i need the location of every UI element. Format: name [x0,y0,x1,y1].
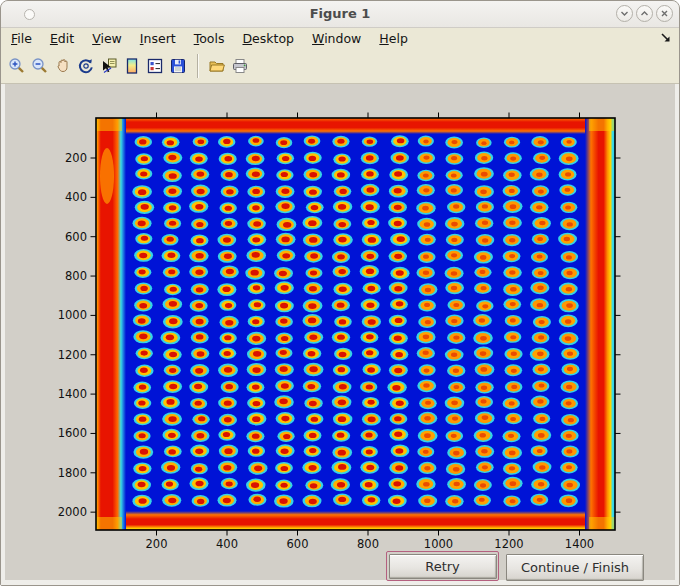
menu-window[interactable]: Window [304,29,369,48]
y-tick-label: 1000 [58,308,87,322]
data-cursor-icon [100,57,118,75]
legend-icon [146,57,164,75]
plot-image[interactable]: 2004006008001000120014002004006008001000… [1,84,680,585]
data-cursor-button[interactable] [98,55,119,77]
menu-help[interactable]: Help [371,29,416,48]
y-tick-label: 1400 [58,387,87,401]
open-folder-icon [208,57,226,75]
printer-icon [231,57,249,75]
y-tick-label: 1600 [58,426,87,440]
y-tick-label: 800 [65,269,87,283]
x-tick-label: 600 [287,537,309,551]
x-tick-label: 800 [357,537,379,551]
retry-focus-ring: Retry [386,551,499,581]
continue-finish-button[interactable]: Continue / Finish [506,554,644,581]
titlebar[interactable]: Figure 1 [1,1,679,28]
y-tick-label: 600 [65,230,87,244]
retry-button[interactable]: Retry [389,554,497,579]
x-tick-label: 1000 [424,537,453,551]
window-title: Figure 1 [1,6,679,21]
figure-window: Figure 1 File Edit View Insert Tools Des… [0,0,680,586]
x-tick-label: 400 [216,537,238,551]
y-tick-label: 1800 [58,466,87,480]
y-tick-label: 400 [65,190,87,204]
zoom-out-icon [31,57,49,75]
minimize-button[interactable] [616,5,633,22]
window-frame-right [675,84,679,585]
plate-image[interactable] [96,118,615,530]
menu-file[interactable]: File [3,29,40,48]
menu-desktop[interactable]: Desktop [234,29,302,48]
window-frame-left [1,84,5,585]
rotate-3d-icon [77,57,95,75]
close-button[interactable] [656,5,673,22]
colorbar-icon [123,57,141,75]
menu-view[interactable]: View [84,29,130,48]
y-tick-label: 2000 [58,505,87,519]
print-button[interactable] [229,55,250,77]
toolbar-separator [197,54,199,78]
figure-toolbar [1,49,679,84]
menubar: File Edit View Insert Tools Desktop Wind… [1,28,679,49]
y-tick-label: 200 [65,151,87,165]
save-button[interactable] [167,55,188,77]
open-file-button[interactable] [206,55,227,77]
menubar-overflow-icon[interactable] [660,32,672,44]
chevron-down-icon [620,9,629,18]
menu-edit[interactable]: Edit [42,29,82,48]
insert-legend-button[interactable] [144,55,165,77]
pan-button[interactable] [52,55,73,77]
zoom-in-icon [8,57,26,75]
maximize-button[interactable] [636,5,653,22]
rotate-3d-button[interactable] [75,55,96,77]
x-tick-label: 1200 [494,537,523,551]
y-tick-label: 1200 [58,348,87,362]
menu-tools[interactable]: Tools [186,29,233,48]
close-icon [660,9,669,18]
zoom-in-button[interactable] [6,55,27,77]
x-tick-label: 1400 [565,537,594,551]
figure-canvas: 2004006008001000120014002004006008001000… [1,84,679,585]
save-floppy-icon [169,57,187,75]
x-tick-label: 200 [146,537,168,551]
insert-colorbar-button[interactable] [121,55,142,77]
menu-insert[interactable]: Insert [132,29,184,48]
pan-hand-icon [54,57,72,75]
zoom-out-button[interactable] [29,55,50,77]
chevron-up-icon [640,9,649,18]
